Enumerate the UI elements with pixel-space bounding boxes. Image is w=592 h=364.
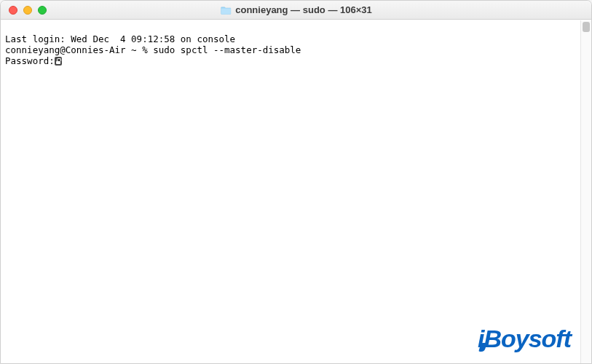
command-text: sudo spctl --master-disable (153, 44, 301, 55)
terminal-window: connieyang — sudo — 106×31 Last login: W… (0, 0, 592, 364)
scrollbar-thumb[interactable] (583, 22, 590, 32)
window-title-group: connieyang — sudo — 106×31 (220, 4, 371, 15)
password-label: Password: (5, 55, 55, 66)
terminal-line-command: connieyang@Connies-Air ~ % sudo spctl --… (5, 44, 587, 55)
scrollbar[interactable] (580, 20, 591, 363)
terminal-line-password: Password: (5, 55, 587, 66)
minimize-button[interactable] (23, 6, 32, 15)
titlebar[interactable]: connieyang — sudo — 106×31 (1, 1, 591, 20)
key-icon (55, 57, 62, 66)
terminal-body[interactable]: Last login: Wed Dec 4 09:12:58 on consol… (1, 20, 591, 363)
prompt-text: connieyang@Connies-Air ~ % (5, 44, 153, 55)
close-button[interactable] (9, 6, 17, 15)
window-title: connieyang — sudo — 106×31 (235, 4, 371, 15)
traffic-lights (9, 6, 47, 15)
watermark-logo: iBoysoft (478, 325, 571, 353)
watermark-text: iBoysoft (478, 325, 571, 353)
terminal-line-last-login: Last login: Wed Dec 4 09:12:58 on consol… (5, 33, 587, 44)
folder-icon (220, 6, 231, 15)
maximize-button[interactable] (38, 6, 47, 15)
